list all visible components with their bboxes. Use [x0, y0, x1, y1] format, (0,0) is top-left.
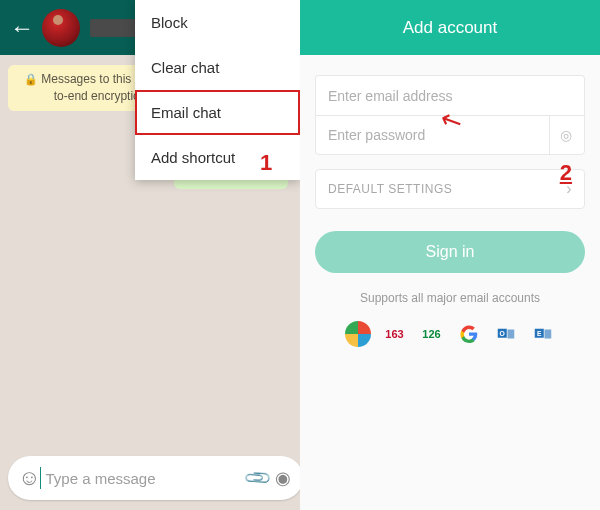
annotation-1: 1	[260, 150, 272, 176]
page-title: Add account	[403, 18, 498, 38]
contact-avatar[interactable]	[42, 9, 80, 47]
contact-name[interactable]	[90, 19, 138, 37]
camera-icon[interactable]: ◉	[275, 467, 291, 489]
signin-label: Sign in	[426, 243, 475, 261]
provider-icon-exchange[interactable]: E	[530, 321, 556, 347]
password-placeholder: Enter password	[328, 127, 425, 143]
add-account-header: Add account	[300, 0, 600, 55]
menu-item-email-chat[interactable]: Email chat	[135, 90, 300, 135]
provider-icon-163[interactable]: 163	[382, 321, 408, 347]
menu-item-add-shortcut[interactable]: Add shortcut	[135, 135, 300, 180]
message-input-bar: ☺ 📎 ◉ 🎤	[8, 456, 292, 500]
message-input[interactable]	[45, 470, 235, 487]
whatsapp-chat-screen: ← | 🔒 Messages to this chat are secured …	[0, 0, 300, 510]
provider-icon-126[interactable]: 126	[419, 321, 445, 347]
menu-item-clear-chat[interactable]: Clear chat	[135, 45, 300, 90]
signin-form: Enter email address Enter password ◎ DEF…	[300, 55, 600, 367]
overflow-menu: Block Clear chat Email chat Add shortcut	[135, 0, 300, 180]
text-cursor	[40, 467, 41, 489]
back-icon[interactable]: ←	[10, 14, 34, 42]
menu-item-block[interactable]: Block	[135, 0, 300, 45]
support-text: Supports all major email accounts	[315, 291, 585, 305]
lock-icon: 🔒	[24, 73, 38, 85]
show-password-icon[interactable]: ◎	[549, 116, 572, 154]
attachment-icon[interactable]: 📎	[243, 462, 274, 493]
svg-rect-5	[544, 330, 551, 339]
emoji-icon[interactable]: ☺	[18, 465, 40, 491]
signin-button[interactable]: Sign in	[315, 231, 585, 273]
provider-icon-qq[interactable]	[345, 321, 371, 347]
add-account-screen: Add account Enter email address Enter pa…	[300, 0, 600, 510]
settings-label: DEFAULT SETTINGS	[328, 182, 452, 196]
email-placeholder: Enter email address	[328, 88, 453, 104]
svg-text:O: O	[499, 330, 504, 337]
default-settings-button[interactable]: DEFAULT SETTINGS ›	[315, 169, 585, 209]
message-input-container[interactable]: ☺ 📎 ◉	[8, 456, 300, 500]
svg-text:E: E	[536, 330, 541, 337]
svg-rect-2	[507, 330, 514, 339]
provider-icons-row: 163 126 O E	[315, 321, 585, 347]
annotation-2: 2	[560, 160, 572, 186]
provider-icon-outlook[interactable]: O	[493, 321, 519, 347]
provider-icon-google[interactable]	[456, 321, 482, 347]
